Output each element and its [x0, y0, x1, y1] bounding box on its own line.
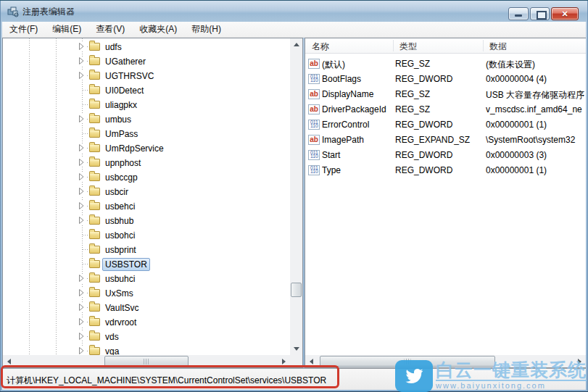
value-row[interactable]: ab 011110 Type REG_DWORD 0x00000001 (1)	[305, 163, 586, 178]
tree-item-label[interactable]: umbus	[102, 113, 134, 126]
tree-item-label[interactable]: UGatherer	[102, 55, 149, 68]
tree-item-label[interactable]: UI0Detect	[102, 84, 146, 97]
scroll-right-button[interactable]	[278, 355, 290, 367]
menu-item[interactable]: 查看(V)	[90, 21, 131, 38]
tree-vertical-scrollbar[interactable]	[290, 38, 302, 355]
menu-item[interactable]: 帮助(H)	[186, 21, 227, 38]
value-row[interactable]: ab 011110 DisplayName REG_SZ USB 大容量存储驱动…	[305, 87, 586, 102]
tree-item[interactable]: USBSTOR	[3, 257, 290, 271]
tree-item[interactable]: upnphost	[3, 155, 290, 170]
tree-item[interactable]: UGatherer	[3, 54, 290, 68]
value-name[interactable]: BootFlags	[322, 74, 392, 84]
tree-item[interactable]: UmPass	[3, 126, 290, 141]
value-name[interactable]: Type	[322, 165, 392, 175]
value-row[interactable]: ab 011110 DriverPackageId REG_SZ v_mscds…	[305, 102, 586, 117]
tree-horizontal-scrollbar[interactable]	[3, 355, 290, 367]
tree-item-label[interactable]: udfs	[102, 41, 125, 54]
registry-app-icon[interactable]	[7, 6, 19, 17]
tree-item[interactable]: usbccgp	[3, 170, 290, 184]
tree-item-label[interactable]: uliagpkx	[102, 99, 140, 112]
column-header-type[interactable]: 类型	[393, 38, 483, 54]
expand-arrow-icon[interactable]	[77, 274, 86, 283]
scroll-up-button[interactable]	[290, 38, 302, 51]
expand-arrow-icon[interactable]	[77, 172, 86, 181]
expand-arrow-icon[interactable]	[77, 346, 86, 355]
tree-item[interactable]: UmRdpService	[3, 141, 290, 155]
expand-arrow-icon[interactable]	[77, 57, 86, 65]
tree-item-label[interactable]: vga	[102, 345, 122, 355]
tree-item[interactable]: vdrvroot	[3, 314, 290, 329]
tree-item-label[interactable]: usbcir	[102, 185, 131, 199]
tree-item-label[interactable]: UxSms	[102, 287, 136, 300]
tree-item[interactable]: UxSms	[3, 285, 290, 300]
tree-item[interactable]: usbcir	[3, 184, 290, 199]
tree-item-label[interactable]: usbuhci	[102, 272, 138, 285]
menu-item[interactable]: 收藏夹(A)	[133, 21, 183, 38]
expand-arrow-icon[interactable]	[77, 288, 86, 297]
expand-arrow-icon[interactable]	[77, 42, 86, 51]
tree-item[interactable]: uliagpkx	[3, 97, 290, 112]
tree-item[interactable]: usbuhci	[3, 271, 290, 285]
tree-item-label[interactable]: usbohci	[102, 229, 138, 242]
expand-arrow-icon[interactable]	[77, 317, 86, 326]
tree-item-label[interactable]: vdrvroot	[102, 316, 139, 329]
column-separator[interactable]	[483, 40, 484, 51]
tree-item[interactable]: usbhub	[3, 213, 290, 228]
tree-item[interactable]: udfs	[3, 39, 290, 54]
horizontal-scroll-thumb[interactable]	[104, 356, 189, 367]
expand-arrow-icon[interactable]	[77, 143, 86, 152]
value-row[interactable]: ab 011110 BootFlags REG_DWORD 0x00000004…	[305, 72, 586, 87]
value-name[interactable]: ImagePath	[322, 135, 392, 145]
scroll-left-button[interactable]	[305, 355, 318, 367]
value-row[interactable]: ab 011110 ErrorControl REG_DWORD 0x00000…	[305, 117, 586, 133]
tree-item-label[interactable]: UmRdpService	[102, 142, 167, 155]
tree-item-label[interactable]: usbccgp	[102, 171, 141, 184]
menu-item[interactable]: 文件(F)	[4, 21, 44, 38]
tree-item[interactable]: usbohci	[3, 228, 290, 242]
expand-arrow-icon[interactable]	[77, 201, 86, 210]
tree-item[interactable]: umbus	[3, 112, 290, 126]
tree-item-label[interactable]: UGTHRSVC	[102, 70, 157, 83]
tree-item[interactable]: vds	[3, 329, 290, 343]
column-header-name[interactable]: 名称	[305, 38, 393, 54]
tree-item[interactable]: UI0Detect	[3, 83, 290, 97]
value-row[interactable]: ab 011110 Start REG_DWORD 0x00000003 (3)	[305, 148, 586, 163]
tree-item-label[interactable]: upnphost	[102, 157, 144, 170]
tree-item-label[interactable]: vds	[102, 330, 122, 343]
tree-item-label[interactable]: usbprint	[102, 243, 139, 257]
column-separator[interactable]	[393, 40, 394, 51]
expand-arrow-icon[interactable]	[77, 158, 86, 167]
value-name[interactable]: DriverPackageId	[322, 104, 392, 114]
expand-arrow-icon[interactable]	[77, 114, 86, 123]
tree-item[interactable]: vga	[3, 343, 290, 355]
scroll-left-button[interactable]	[3, 355, 15, 367]
tree-item[interactable]: UGTHRSVC	[3, 68, 290, 83]
tree-item[interactable]: usbehci	[3, 199, 290, 213]
tree-item-label[interactable]: USBSTOR	[102, 258, 150, 271]
value-name[interactable]: DisplayName	[322, 89, 392, 99]
expand-arrow-icon[interactable]	[77, 303, 86, 312]
tree-item-label[interactable]: usbhub	[102, 214, 136, 228]
tree-item-label[interactable]: usbehci	[102, 200, 138, 213]
folder-icon	[89, 86, 100, 94]
tree-item-label[interactable]: UmPass	[102, 128, 141, 141]
maximize-button[interactable]	[530, 7, 550, 20]
value-name[interactable]: ErrorControl	[322, 120, 392, 130]
vertical-scroll-thumb[interactable]	[291, 283, 302, 297]
scroll-down-button[interactable]	[290, 343, 302, 355]
value-name[interactable]: Start	[322, 150, 392, 160]
expand-arrow-icon[interactable]	[77, 187, 86, 196]
expand-arrow-icon[interactable]	[77, 332, 86, 341]
menu-item[interactable]: 编辑(E)	[46, 21, 87, 38]
expand-arrow-icon[interactable]	[77, 71, 86, 80]
tree-item[interactable]: usbprint	[3, 242, 290, 257]
minimize-button[interactable]	[508, 7, 529, 20]
value-row[interactable]: ab 011110 (默认) REG_SZ (数值未设置)	[305, 57, 586, 72]
tree-item-label[interactable]: VaultSvc	[102, 301, 141, 314]
close-button[interactable]: ✕	[551, 7, 579, 20]
column-header-data[interactable]: 数据	[483, 38, 586, 54]
value-name[interactable]: (默认)	[322, 59, 392, 71]
value-row[interactable]: ab 011110 ImagePath REG_EXPAND_SZ \Syste…	[305, 133, 586, 148]
expand-arrow-icon[interactable]	[77, 216, 86, 225]
tree-item[interactable]: VaultSvc	[3, 300, 290, 314]
